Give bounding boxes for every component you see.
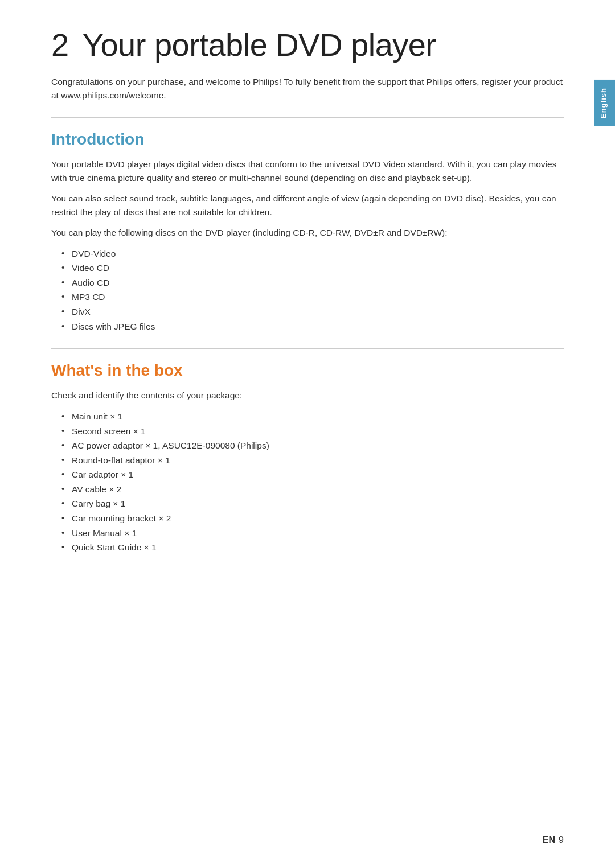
items-list: Main unit × 1Second screen × 1AC power a… <box>51 409 564 555</box>
list-item: AC power adaptor × 1, ASUC12E-090080 (Ph… <box>51 438 564 453</box>
list-item: Car mounting bracket × 2 <box>51 511 564 526</box>
list-item: Car adaptor × 1 <box>51 467 564 482</box>
list-item: Main unit × 1 <box>51 409 564 424</box>
list-item: Round-to-flat adaptor × 1 <box>51 453 564 468</box>
section-whats-in-the-box-heading: What's in the box <box>51 361 564 380</box>
page-footer: EN 9 <box>543 835 564 845</box>
list-item: DivX <box>51 305 564 319</box>
list-item: Discs with JPEG files <box>51 319 564 334</box>
divider-2 <box>51 348 564 349</box>
list-item: Video CD <box>51 261 564 275</box>
intro-para-1: Your portable DVD player plays digital v… <box>51 158 564 185</box>
list-item: DVD-Video <box>51 246 564 261</box>
side-tab: English <box>594 80 615 126</box>
list-item: User Manual × 1 <box>51 526 564 541</box>
chapter-title-text: Your portable DVD player <box>83 27 436 63</box>
intro-para-2: You can also select sound track, subtitl… <box>51 192 564 219</box>
list-item: Carry bag × 1 <box>51 496 564 511</box>
page-container: English 2 Your portable DVD player Congr… <box>0 0 615 868</box>
chapter-number: 2 <box>51 27 69 63</box>
list-item: Audio CD <box>51 275 564 290</box>
box-para: Check and identify the contents of your … <box>51 389 564 402</box>
intro-para-3: You can play the following discs on the … <box>51 226 564 240</box>
list-item: Second screen × 1 <box>51 424 564 439</box>
chapter-title: 2 Your portable DVD player <box>51 27 564 63</box>
list-item: AV cable × 2 <box>51 482 564 497</box>
footer-lang-label: EN <box>543 835 555 845</box>
list-item: Quick Start Guide × 1 <box>51 540 564 555</box>
disc-list: DVD-VideoVideo CDAudio CDMP3 CDDivXDiscs… <box>51 246 564 334</box>
section-introduction-heading: Introduction <box>51 130 564 149</box>
footer-page-number: 9 <box>559 835 564 845</box>
divider-1 <box>51 117 564 118</box>
intro-paragraph: Congratulations on your purchase, and we… <box>51 75 564 102</box>
list-item: MP3 CD <box>51 290 564 305</box>
